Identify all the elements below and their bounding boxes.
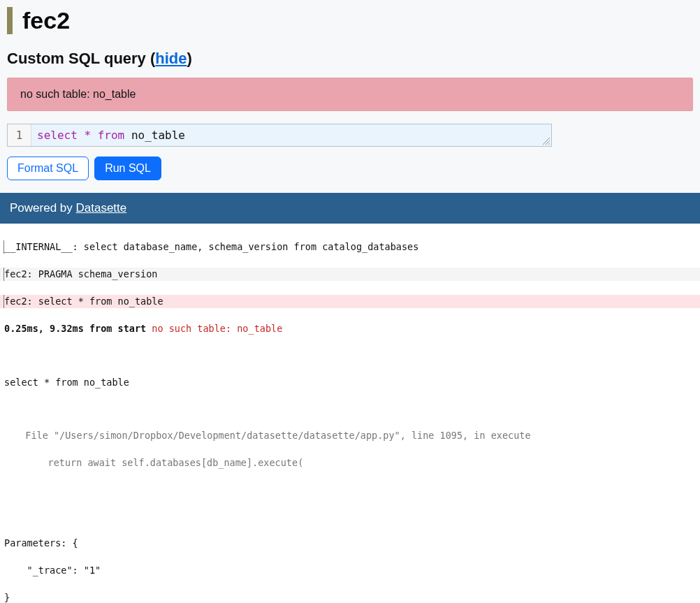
query-heading: Custom SQL query (hide) — [7, 50, 693, 68]
trace-line: select * from no_table — [0, 376, 700, 390]
trace-timing: 0.25ms, 9.32ms from start — [4, 323, 152, 334]
resize-handle-icon[interactable] — [541, 136, 551, 146]
trace-line: return await self.databases[db_name].exe… — [0, 456, 700, 470]
trace-error: no such table: no_table — [152, 323, 282, 334]
sql-editor[interactable]: 1 select * from no_table — [7, 124, 552, 147]
trace-line: fec2: select * from no_table — [4, 296, 163, 307]
footer: Powered by Datasette — [0, 193, 700, 224]
format-sql-button[interactable]: Format SQL — [7, 157, 89, 180]
error-banner: no such table: no_table — [7, 78, 693, 111]
trace-line: } — [0, 591, 700, 603]
trace-line: "_trace": "1" — [0, 564, 700, 578]
page-title: fec2 — [7, 7, 693, 34]
trace-line: Parameters: { — [0, 537, 700, 551]
trace-line: File "/Users/simon/Dropbox/Development/d… — [0, 429, 700, 443]
run-sql-button[interactable]: Run SQL — [94, 157, 161, 180]
trace-output: __INTERNAL__: select database_name, sche… — [0, 224, 700, 603]
datasette-link[interactable]: Datasette — [76, 201, 127, 215]
sql-input[interactable]: select * from no_table — [31, 124, 551, 146]
hide-link[interactable]: hide — [155, 50, 187, 67]
trace-line: __INTERNAL__: select database_name, sche… — [4, 241, 418, 252]
line-gutter: 1 — [8, 124, 31, 146]
trace-line: fec2: PRAGMA schema_version — [4, 268, 157, 279]
